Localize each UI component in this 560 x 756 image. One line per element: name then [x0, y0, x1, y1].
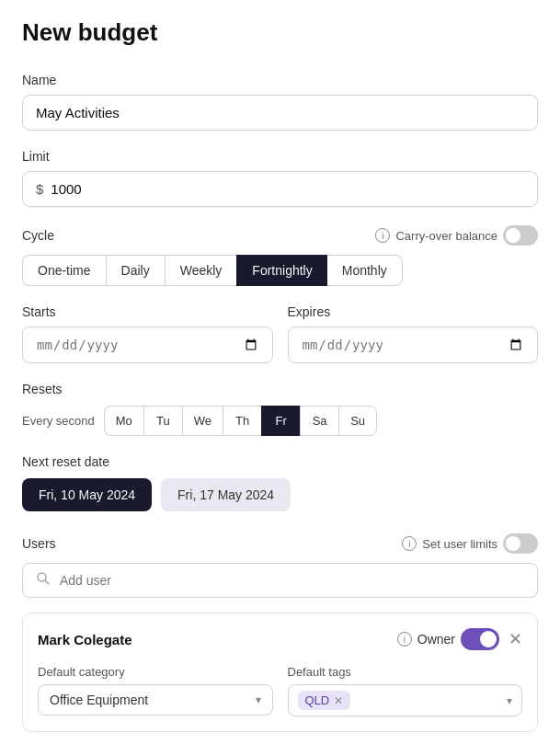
cycle-btn-daily[interactable]: Daily — [106, 255, 165, 286]
expires-field: Expires — [288, 304, 539, 363]
starts-label: Starts — [22, 304, 273, 319]
name-input[interactable] — [22, 95, 538, 131]
users-label: Users — [22, 536, 56, 551]
expires-label: Expires — [288, 304, 539, 319]
cycle-btn-weekly[interactable]: Weekly — [165, 255, 237, 286]
default-category-label: Default category — [38, 665, 273, 679]
users-header: Users i Set user limits — [22, 533, 538, 554]
day-btn-mo[interactable]: Mo — [104, 406, 143, 436]
dates-group: Starts Expires — [22, 304, 538, 363]
day-btn-sa[interactable]: Sa — [300, 406, 338, 436]
remove-user-button[interactable]: ✕ — [509, 629, 522, 649]
limit-input[interactable] — [51, 172, 524, 206]
chevron-down-icon: ▾ — [256, 693, 261, 706]
tag-chip-qld: QLD ✕ — [298, 691, 351, 710]
tag-remove-btn[interactable]: ✕ — [334, 694, 343, 707]
resets-prefix: Every second — [22, 414, 95, 428]
page-title: New budget — [22, 18, 538, 47]
name-label: Name — [22, 73, 538, 87]
expires-input[interactable] — [288, 326, 539, 363]
user-name: Mark Colegate — [38, 632, 132, 647]
day-btn-fr[interactable]: Fr — [261, 406, 300, 436]
reset-date-1[interactable]: Fri, 10 May 2024 — [22, 478, 152, 511]
owner-label: Owner — [417, 632, 455, 647]
resets-row: Every second Mo Tu We Th Fr Sa Su — [22, 406, 538, 436]
day-btn-tu[interactable]: Tu — [143, 406, 182, 436]
defaults-row: Default category Office Equipment ▾ Defa… — [38, 665, 522, 716]
reset-dates-row: Fri, 10 May 2024 Fri, 17 May 2024 — [22, 478, 538, 511]
day-btn-th[interactable]: Th — [223, 406, 261, 436]
set-limits-info-icon[interactable]: i — [402, 536, 417, 551]
default-tags-label: Default tags — [288, 665, 523, 679]
cycle-btn-fortnightly[interactable]: Fortnightly — [236, 255, 326, 286]
tags-chips: QLD ✕ — [298, 691, 351, 710]
default-category-select[interactable]: Office Equipment ▾ — [38, 684, 273, 716]
day-buttons: Mo Tu We Th Fr Sa Su — [104, 406, 377, 436]
day-btn-su[interactable]: Su — [338, 406, 377, 436]
resets-section: Resets Every second Mo Tu We Th Fr Sa Su — [22, 382, 538, 436]
set-limits-label: Set user limits — [422, 537, 497, 551]
user-search-input[interactable] — [60, 573, 524, 588]
owner-toggle[interactable] — [461, 628, 499, 650]
default-tags-select[interactable]: QLD ✕ ▾ — [288, 684, 523, 716]
reset-date-2[interactable]: Fri, 17 May 2024 — [161, 478, 291, 511]
default-category-field: Default category Office Equipment ▾ — [38, 665, 273, 716]
currency-prefix: $ — [36, 181, 43, 197]
carryover-info-icon[interactable]: i — [375, 228, 390, 243]
starts-input[interactable] — [22, 326, 273, 363]
name-field-group: Name — [22, 73, 538, 131]
cycle-field-group: Cycle i Carry-over balance One-time Dail… — [22, 225, 538, 286]
tag-value: QLD — [305, 693, 330, 707]
user-card: Mark Colegate i Owner ✕ Default category… — [22, 613, 538, 732]
owner-info-icon[interactable]: i — [397, 632, 412, 647]
default-tags-field: Default tags QLD ✕ ▾ — [288, 665, 523, 716]
cycle-btn-one-time[interactable]: One-time — [22, 255, 106, 286]
users-section: Users i Set user limits Mark Colegate i … — [22, 533, 538, 732]
carryover-toggle[interactable] — [503, 225, 538, 246]
user-search-wrapper — [22, 563, 538, 598]
limit-field-group: Limit $ — [22, 149, 538, 207]
cycle-label: Cycle — [22, 228, 54, 243]
cycle-options: One-time Daily Weekly Fortnightly Monthl… — [22, 255, 538, 286]
svg-line-1 — [45, 580, 49, 584]
starts-field: Starts — [22, 304, 273, 363]
limit-label: Limit — [22, 149, 538, 164]
carryover-row: i Carry-over balance — [375, 225, 538, 246]
set-limits-toggle[interactable] — [503, 533, 538, 554]
tags-chevron-down-icon: ▾ — [507, 694, 512, 707]
cycle-btn-monthly[interactable]: Monthly — [327, 255, 403, 286]
search-icon — [36, 571, 51, 590]
owner-row: i Owner — [397, 628, 499, 650]
carryover-label: Carry-over balance — [395, 229, 497, 243]
default-category-value: Office Equipment — [50, 693, 148, 707]
next-reset-section: Next reset date Fri, 10 May 2024 Fri, 17… — [22, 454, 538, 511]
limit-input-wrapper: $ — [22, 171, 538, 207]
day-btn-we[interactable]: We — [182, 406, 223, 436]
next-reset-label: Next reset date — [22, 454, 538, 469]
set-limits-row: i Set user limits — [402, 533, 538, 554]
resets-label: Resets — [22, 382, 538, 396]
user-right: i Owner ✕ — [397, 628, 522, 650]
user-card-header: Mark Colegate i Owner ✕ — [38, 628, 522, 650]
